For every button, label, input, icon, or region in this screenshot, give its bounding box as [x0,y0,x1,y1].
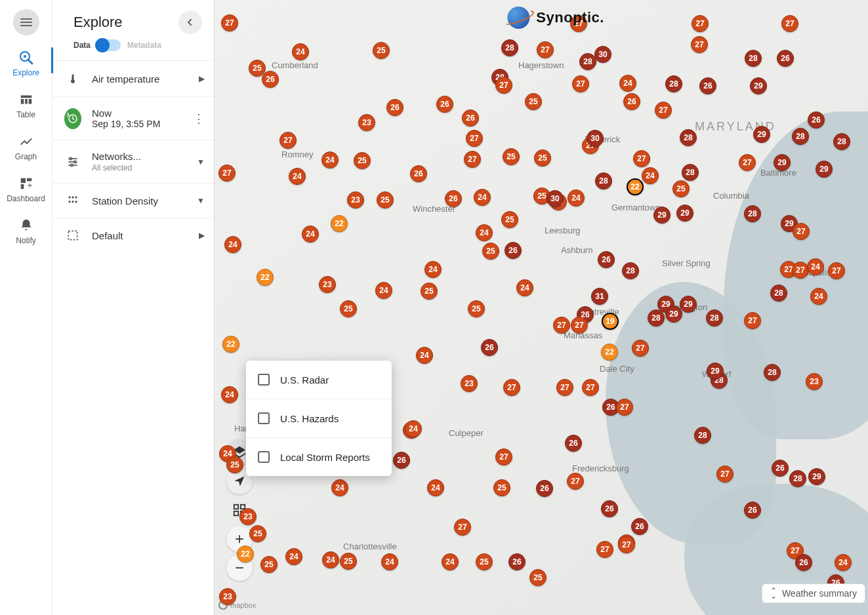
colormap-selector[interactable]: Default ▶ [52,218,214,252]
station-marker[interactable]: 27 [692,15,709,32]
station-marker[interactable]: 25 [501,211,518,228]
station-marker[interactable]: 24 [292,43,309,60]
station-marker[interactable]: 27 [221,14,238,31]
station-marker[interactable]: 24 [405,420,422,437]
station-marker[interactable]: 28 [622,262,639,279]
time-selector[interactable]: Now Sep 19, 3:55 PM ⋮ [52,96,214,140]
station-marker[interactable]: 24 [568,189,585,207]
station-marker[interactable]: 28 [770,285,787,302]
station-marker[interactable]: 26 [445,190,462,207]
station-marker[interactable]: 27 [464,151,481,168]
station-marker[interactable]: 22 [627,178,644,195]
station-marker[interactable]: 24 [619,75,636,92]
map-canvas[interactable]: Synoptic. U.S. Radar U.S. Hazards Local … [215,0,868,615]
station-marker[interactable]: 24 [835,554,852,571]
station-marker[interactable]: 25 [493,479,510,496]
station-marker[interactable]: 24 [322,551,339,568]
station-marker[interactable]: 28 [706,309,723,327]
station-marker[interactable]: 27 [739,154,756,171]
station-marker[interactable]: 27 [716,466,734,483]
layer-option-storm-reports[interactable]: Local Storm Reports [246,437,392,476]
station-marker[interactable]: 25 [340,300,357,317]
station-marker[interactable]: 29 [774,154,791,171]
station-marker[interactable]: 27 [632,340,649,357]
station-marker[interactable]: 25 [672,180,690,197]
station-marker[interactable]: 22 [331,215,348,232]
station-marker[interactable]: 26 [262,71,279,88]
station-marker[interactable]: 23 [219,588,236,605]
station-marker[interactable]: 28 [665,75,682,92]
checkbox-icon[interactable] [258,412,270,424]
station-marker[interactable]: 27 [793,223,810,240]
station-marker[interactable]: 24 [321,151,339,169]
station-marker[interactable]: 27 [633,150,650,167]
station-marker[interactable]: 25 [354,152,371,169]
station-marker[interactable]: 27 [618,536,635,553]
toggle-data-label[interactable]: Data [73,41,91,50]
data-metadata-toggle[interactable] [97,39,121,51]
station-marker[interactable]: 27 [616,399,633,416]
station-marker[interactable]: 29 [653,207,671,224]
station-marker[interactable]: 26 [772,460,789,477]
station-marker[interactable]: 25 [476,553,493,570]
station-marker[interactable]: 26 [777,50,794,67]
station-marker[interactable]: 27 [655,102,672,119]
station-marker[interactable]: 24 [302,226,319,243]
station-marker[interactable]: 25 [482,243,499,260]
station-marker[interactable]: 27 [828,262,845,279]
station-marker[interactable]: 24 [516,279,533,296]
station-marker[interactable]: 26 [505,242,522,259]
station-marker[interactable]: 29 [707,363,724,380]
station-marker[interactable]: 26 [808,111,825,129]
station-marker[interactable]: 24 [476,224,493,241]
layer-option-radar[interactable]: U.S. Radar [246,361,392,399]
station-marker[interactable]: 25 [421,283,438,300]
station-marker[interactable]: 28 [579,53,596,70]
nav-item-dashboard[interactable]: + Dashboard [0,176,52,203]
station-marker[interactable]: 24 [807,258,824,275]
station-marker[interactable]: 24 [810,288,827,305]
station-marker[interactable]: 22 [222,336,239,353]
station-marker[interactable]: 28 [745,50,762,67]
nav-item-table[interactable]: Table [0,92,52,119]
station-marker[interactable]: 25 [525,93,542,110]
station-marker[interactable]: 27 [572,75,589,92]
station-marker[interactable]: 27 [553,317,570,334]
station-marker[interactable]: 24 [381,553,398,570]
station-marker[interactable]: 25 [468,300,485,317]
station-marker[interactable]: 24 [289,168,306,185]
collapse-panel-button[interactable] [178,10,202,34]
station-marker[interactable]: 25 [534,149,551,167]
station-marker[interactable]: 27 [596,541,613,558]
station-marker[interactable]: 27 [279,132,297,149]
station-marker[interactable]: 26 [699,77,716,94]
station-marker[interactable]: 29 [816,161,833,178]
station-marker[interactable]: 24 [331,479,348,496]
station-marker[interactable]: 27 [567,473,584,490]
station-marker[interactable]: 22 [257,269,274,286]
station-marker[interactable]: 28 [744,205,761,222]
station-marker[interactable]: 29 [680,296,697,313]
station-marker[interactable]: 26 [481,339,498,356]
station-marker[interactable]: 26 [623,93,640,110]
toggle-metadata-label[interactable]: Metadata [127,41,161,50]
networks-selector[interactable]: Networks... All selected ▼ [52,140,214,183]
station-marker[interactable]: 29 [808,468,825,485]
weather-summary-button[interactable]: ⌃⌄ Weather summary [762,584,865,603]
nav-item-graph[interactable]: Graph [0,134,52,161]
station-marker[interactable]: 25 [260,556,278,573]
station-marker[interactable]: 26 [601,500,618,517]
station-marker[interactable]: 27 [218,165,236,182]
station-marker[interactable]: 28 [764,364,781,381]
station-marker[interactable]: 27 [537,41,554,58]
station-marker[interactable]: 27 [503,379,520,396]
station-marker[interactable]: 26 [744,502,761,519]
station-marker[interactable]: 27 [582,379,599,396]
station-marker[interactable]: 23 [239,508,257,525]
station-marker[interactable]: 27 [556,379,573,396]
station-marker[interactable]: 24 [474,189,491,206]
station-marker[interactable]: 24 [224,236,241,253]
station-marker[interactable]: 26 [393,452,410,469]
station-marker[interactable]: 30 [587,130,604,147]
station-marker[interactable]: 26 [565,435,582,452]
